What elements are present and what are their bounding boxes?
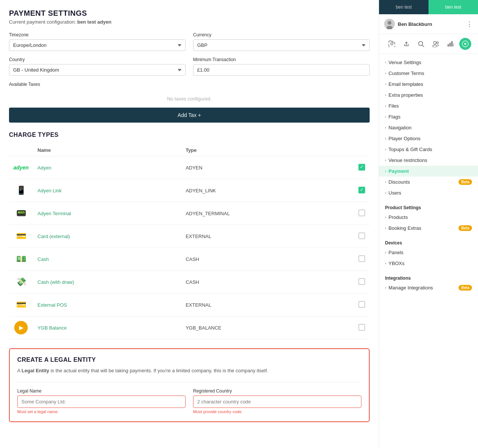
product-settings-section: Product Settings › Products › Booking Ex… xyxy=(379,201,478,234)
table-row: adyen Adyen ADYEN xyxy=(9,156,370,179)
nav-item-player-options[interactable]: › Player Options xyxy=(379,133,478,144)
arrow-icon: › xyxy=(385,60,386,64)
registered-country-label: Registered Country xyxy=(193,388,361,394)
arrow-icon: › xyxy=(385,93,386,97)
charge-checkbox[interactable] xyxy=(358,324,365,331)
registered-country-input[interactable] xyxy=(193,396,361,408)
nav-item-extra-properties[interactable]: › Extra properties xyxy=(379,90,478,100)
table-row: 💳 Card (external) EXTERNAL xyxy=(9,225,370,248)
charge-checkbox[interactable] xyxy=(358,187,365,193)
nav-item-payment[interactable]: › Payment xyxy=(379,166,478,177)
sidebar-icon-chart[interactable] xyxy=(445,38,457,50)
nav-item-files[interactable]: › Files xyxy=(379,100,478,111)
nav-item-venue-settings[interactable]: › Venue Settings xyxy=(379,57,478,68)
min-transaction-group: Minimum Transaction xyxy=(193,57,370,76)
arrow-icon: › xyxy=(385,82,386,86)
charge-icon: 💵 xyxy=(13,252,28,267)
charge-icon: 💳 xyxy=(13,229,28,244)
sidebar-icon-settings[interactable] xyxy=(386,38,398,50)
nav-item-panels[interactable]: › Panels xyxy=(379,247,478,258)
charge-icon: ▶ xyxy=(13,320,28,335)
sidebar-more-button[interactable]: ⋮ xyxy=(466,20,473,28)
charge-type-cell: CASH xyxy=(181,271,354,294)
charge-checkbox-cell[interactable] xyxy=(354,316,370,339)
nav-item-topups[interactable]: › Topups & Gift Cards xyxy=(379,144,478,155)
sidebar-icon-upload[interactable] xyxy=(400,38,412,50)
charge-checkbox[interactable] xyxy=(358,301,365,308)
legal-name-input[interactable] xyxy=(17,396,186,408)
min-transaction-label: Minimum Transaction xyxy=(193,57,370,62)
country-label: Country xyxy=(9,57,186,62)
charge-checkbox-cell[interactable] xyxy=(354,248,370,271)
sidebar-icon-play[interactable] xyxy=(459,38,471,50)
svg-point-9 xyxy=(436,42,438,44)
sidebar-user-info: Ben Blackburn xyxy=(384,19,432,29)
charge-type-cell: CASH xyxy=(181,248,354,271)
charge-checkbox[interactable] xyxy=(358,210,365,216)
sidebar-tab-1[interactable]: ben test xyxy=(379,0,429,14)
svg-point-3 xyxy=(391,43,393,45)
nav-item-email-templates[interactable]: › Email templates xyxy=(379,79,478,90)
arrow-icon: › xyxy=(385,71,386,75)
arrow-icon: › xyxy=(385,104,386,108)
avatar xyxy=(384,19,395,29)
arrow-icon: › xyxy=(385,147,386,151)
nav-item-discounts[interactable]: › Discounts Beta xyxy=(379,177,478,187)
charge-checkbox[interactable] xyxy=(358,278,365,285)
arrow-icon: › xyxy=(385,215,386,219)
registered-country-group: Registered Country Must provide country … xyxy=(193,388,361,414)
charge-name-cell: External POS xyxy=(33,294,181,316)
charge-icon-cell: 💳 xyxy=(9,225,33,248)
currency-select[interactable]: GBP xyxy=(193,39,370,51)
charge-types-title: CHARGE TYPES xyxy=(9,132,370,138)
charge-checkbox-cell[interactable] xyxy=(354,156,370,179)
arrow-icon: › xyxy=(385,169,386,173)
col-checkbox xyxy=(354,144,370,156)
add-tax-button[interactable]: Add Tax + xyxy=(9,108,370,123)
charge-name-cell: Cash xyxy=(33,248,181,271)
nav-item-products[interactable]: › Products xyxy=(379,212,478,223)
available-taxes-label: Available Taxes xyxy=(9,82,370,87)
table-row: 💳 External POS EXTERNAL xyxy=(9,294,370,316)
charge-type-cell: ADYEN_LINK xyxy=(181,179,354,202)
legal-entity-desc: A Legal Entity is the actual entity that… xyxy=(17,367,361,375)
charge-icon-cell: 📟 xyxy=(9,202,33,225)
devices-title: Devices xyxy=(379,237,478,247)
nav-item-customer-terms[interactable]: › Customer Terms xyxy=(379,68,478,79)
charge-name-cell: Cash (with draw) xyxy=(33,271,181,294)
table-row: ▶ YGB Balance YGB_BALANCE xyxy=(9,316,370,339)
integrations-section: Integrations › Manage Integrations Beta xyxy=(379,272,478,293)
timezone-select[interactable]: Europe/London xyxy=(9,39,186,51)
charge-checkbox[interactable] xyxy=(358,255,365,262)
charge-checkbox-cell[interactable] xyxy=(354,202,370,225)
sidebar-tab-2[interactable]: ben test xyxy=(429,0,478,14)
legal-name-group: Legal Name Must set a legal name. xyxy=(17,388,186,414)
nav-item-users[interactable]: › Users xyxy=(379,187,478,198)
nav-item-navigation[interactable]: › Navigation xyxy=(379,122,478,133)
sidebar-tabs: ben test ben test xyxy=(379,0,478,14)
sidebar-icon-users[interactable] xyxy=(430,38,442,50)
registered-country-error: Must provide country code. xyxy=(193,409,361,414)
main-content: PAYMENT SETTINGS Current payment configu… xyxy=(0,0,379,448)
charge-checkbox-cell[interactable] xyxy=(354,294,370,316)
charge-checkbox-cell[interactable] xyxy=(354,179,370,202)
available-taxes-section: Available Taxes No taxes configured. xyxy=(9,82,370,108)
nav-item-booking-extras[interactable]: › Booking Extras Beta xyxy=(379,223,478,234)
charge-checkbox-cell[interactable] xyxy=(354,271,370,294)
charge-checkbox[interactable] xyxy=(358,164,365,171)
svg-point-8 xyxy=(433,45,437,47)
sidebar-icon-search[interactable] xyxy=(415,38,427,50)
legal-name-label: Legal Name xyxy=(17,388,186,394)
nav-item-yboxs[interactable]: › YBOXs xyxy=(379,258,478,269)
arrow-icon: › xyxy=(385,191,386,195)
nav-item-venue-restrictions[interactable]: › Venue restrictions xyxy=(379,155,478,166)
nav-item-manage-integrations[interactable]: › Manage Integrations Beta xyxy=(379,282,478,293)
nav-item-flags[interactable]: › Flags xyxy=(379,111,478,122)
charge-checkbox[interactable] xyxy=(358,232,365,239)
charge-icon-cell: adyen xyxy=(9,156,33,179)
min-transaction-input[interactable] xyxy=(193,64,370,76)
svg-marker-15 xyxy=(465,43,467,45)
country-select[interactable]: GB - United Kingdom xyxy=(9,64,186,76)
charge-checkbox-cell[interactable] xyxy=(354,225,370,248)
charge-types-table: Name Type adyen Adyen ADYEN 📱 Adyen Link… xyxy=(9,144,370,339)
